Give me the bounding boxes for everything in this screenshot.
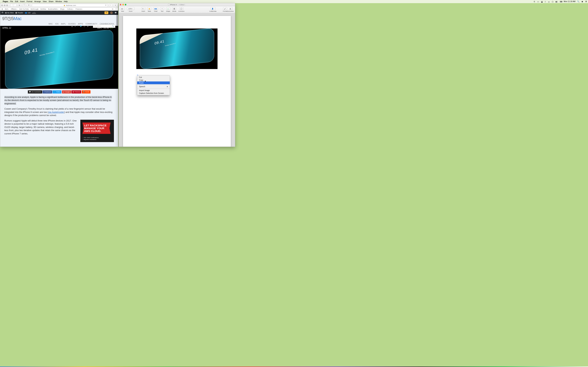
fav-item[interactable]: Blogs xyxy=(60,8,65,10)
wp-stats-icon[interactable] xyxy=(32,12,36,14)
fav-item[interactable]: Bookmarklets xyxy=(48,8,59,10)
privacy-report-button[interactable]: ⓘ xyxy=(23,4,26,7)
ad-headline: LET RACKSPACE MANAGE YOUR AWS CLOUD. xyxy=(82,123,111,134)
pasted-image[interactable]: 09.41 Monday, November 3 xyxy=(136,28,217,69)
tool-format[interactable]: 🖌Format xyxy=(223,7,227,12)
forward-button[interactable]: 〉 xyxy=(13,4,17,7)
wp-logo-icon[interactable]: ⓦ xyxy=(1,12,3,14)
share-button[interactable]: ⇪ xyxy=(109,4,112,7)
tool-media[interactable]: 🖼Media xyxy=(172,7,176,12)
tool-text[interactable]: TText xyxy=(160,7,164,12)
pages-titlebar: iPhone 8 — Edited ⌵ xyxy=(119,3,235,7)
pages-window: iPhone 8 — Edited ⌵ ▥▾View 125%▾Zoom ¶▾I… xyxy=(119,3,235,147)
wp-edit-button[interactable]: ✎ xyxy=(104,11,108,14)
wp-avatar[interactable] xyxy=(110,11,113,14)
fav-item[interactable]: Affiliates xyxy=(11,8,17,10)
nav-item[interactable]: IOS xyxy=(55,23,59,25)
header-social-icons: ▣ ✉ f 🐦 g⁺ ▶ ༄ SEARCH 🔍 xyxy=(71,25,115,28)
chevron-down-icon[interactable]: ⌵ xyxy=(185,4,186,5)
facebook-icon[interactable]: f xyxy=(78,25,78,27)
ad-banner[interactable]: LET RACKSPACE MANAGE YOUR AWS CLOUD. 750… xyxy=(80,120,114,142)
comments-button[interactable]: 💬131 Comments xyxy=(28,90,42,93)
twitter-icon[interactable]: 🐦 xyxy=(80,25,82,27)
tool-insert[interactable]: ¶▾Insert xyxy=(141,7,145,12)
share-bar: 💬131 Comments fFacebook 🐦Twitter g⁺Googl… xyxy=(0,90,118,93)
tool-shape[interactable]: ▢Shape xyxy=(166,7,170,12)
menu-format[interactable]: Format xyxy=(26,0,32,2)
mail-icon[interactable]: ✉ xyxy=(75,25,76,27)
share-pinterest[interactable]: ◉Pinterest xyxy=(71,90,81,93)
back-button[interactable]: 〈 xyxy=(10,4,13,7)
tool-zoom[interactable]: 125%▾Zoom xyxy=(127,7,134,12)
share-facebook[interactable]: fFacebook xyxy=(43,90,52,93)
menu-view[interactable]: View xyxy=(43,0,47,2)
ctx-import-image[interactable]: Import Image xyxy=(137,89,170,92)
fav-item[interactable]: 9to5 YouTube xyxy=(19,8,29,10)
clock-icon xyxy=(7,17,11,21)
ctx-capture-selection[interactable]: Capture Selection from Screen xyxy=(137,92,170,95)
lock-icon: 🔒 xyxy=(63,5,65,6)
tool-chart[interactable]: ▮▮▮Chart xyxy=(153,7,158,12)
share-google[interactable]: g⁺Google xyxy=(62,90,71,93)
tool-collaborate[interactable]: 👤⁺Collaborate xyxy=(209,7,216,12)
sidebar-button[interactable]: ▥ xyxy=(18,4,21,7)
share-reddit[interactable]: 👽Reddit xyxy=(82,90,91,93)
tool-table[interactable]: ▦Table xyxy=(147,7,151,12)
submenu-arrow-icon: ▶ xyxy=(167,86,168,87)
tool-document[interactable]: ▤Document xyxy=(227,7,234,12)
fav-item[interactable]: 9to5Google xyxy=(31,8,39,10)
menu-window[interactable]: Window xyxy=(55,0,62,2)
menubar-app-name[interactable]: Pages xyxy=(3,0,8,2)
article-body: According to one analyst, Apple is facin… xyxy=(0,93,118,140)
site-search-input[interactable]: SEARCH 🔍 xyxy=(93,25,115,28)
menu-arrange[interactable]: Arrange xyxy=(34,0,41,2)
menu-share[interactable]: Share xyxy=(49,0,53,2)
rss-icon[interactable]: ༄ xyxy=(90,25,91,27)
ctx-paste[interactable]: Paste xyxy=(137,82,170,84)
wp-followers[interactable]: 👥122 xyxy=(25,12,30,14)
url-field[interactable]: 🔒 9to5mac.com ⟳ xyxy=(32,4,108,7)
wp-admin-bar: ⓦ ▤My Sites ▦Reader 👥122 ✎ 💬 xyxy=(0,11,118,15)
reader-button[interactable]: ≣ xyxy=(27,4,30,7)
wp-mysites[interactable]: ▤My Sites xyxy=(5,12,14,14)
menu-insert[interactable]: Insert xyxy=(20,0,25,2)
article-link[interactable]: via AppleInsider xyxy=(48,111,64,113)
safari-toolbar: 〈 〉 ▥ ⓘ ≣ 🔒 9to5mac.com ⟳ ⇪ ⧉ xyxy=(0,3,118,8)
tool-comment[interactable]: 💬Comment xyxy=(178,7,184,12)
safari-window: 〈 〉 ▥ ⓘ ≣ 🔒 9to5mac.com ⟳ ⇪ ⧉ ⊞ 9to5 Aff… xyxy=(0,3,118,147)
safari-scrollbar[interactable] xyxy=(116,11,118,147)
safari-traffic-lights[interactable] xyxy=(1,5,8,6)
ctx-copy[interactable]: Copy xyxy=(137,79,170,82)
googleplus-icon[interactable]: g⁺ xyxy=(84,25,86,27)
share-twitter[interactable]: 🐦Twitter xyxy=(52,90,61,93)
article-p2: Cowen and Company's Timothy Arcuri is cl… xyxy=(4,107,114,117)
youtube-icon[interactable]: ▶ xyxy=(87,25,89,27)
document-icon xyxy=(168,4,169,5)
camera-icon[interactable]: ▣ xyxy=(71,25,73,27)
menu-help[interactable]: Help xyxy=(64,0,68,2)
fav-apps-icon[interactable]: ⊞ xyxy=(1,8,3,10)
fav-item[interactable]: 9to5Mac xyxy=(40,8,46,10)
fav-item[interactable]: Finances xyxy=(76,8,83,10)
fav-overflow[interactable]: ≫ xyxy=(112,8,113,10)
reload-icon[interactable]: ⟳ xyxy=(105,4,107,6)
macos-menubar: Pages File Edit Insert Format Arrange Vi… xyxy=(0,0,235,3)
ctx-speech[interactable]: Speech▶ xyxy=(137,85,170,88)
tool-view[interactable]: ▥▾View xyxy=(120,7,125,12)
menu-edit[interactable]: Edit xyxy=(15,0,18,2)
nav-item[interactable]: MAC xyxy=(49,23,53,25)
site-logo[interactable]: 9T5Mac xyxy=(2,16,116,21)
fav-item[interactable]: 9to5 xyxy=(5,8,9,10)
wp-reader[interactable]: ▦Reader xyxy=(15,12,23,14)
fav-add[interactable]: ＋ xyxy=(115,8,117,10)
nav-item[interactable]: AAPL xyxy=(61,23,66,25)
search-icon[interactable]: 🔍 xyxy=(112,25,114,27)
ctx-cut[interactable]: Cut xyxy=(137,76,170,79)
pages-window-title[interactable]: iPhone 8 — Edited ⌵ xyxy=(168,4,186,6)
pages-traffic-lights[interactable] xyxy=(120,4,127,5)
tabs-button[interactable]: ⧉ xyxy=(114,4,117,7)
fav-item[interactable]: Culinary xyxy=(67,8,74,10)
pages-document-area[interactable]: 09.41 Monday, November 3 Cut Copy Paste … xyxy=(119,13,235,147)
pages-canvas[interactable]: 09.41 Monday, November 3 Cut Copy Paste … xyxy=(123,16,231,147)
menu-file[interactable]: File xyxy=(10,0,13,2)
